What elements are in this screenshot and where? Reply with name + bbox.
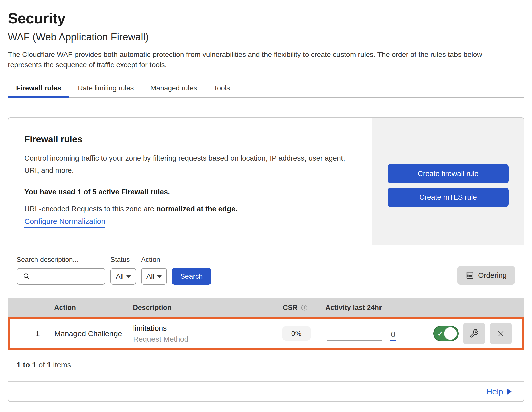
action-dropdown[interactable]: All — [141, 268, 167, 285]
ordering-button-label: Ordering — [478, 271, 507, 280]
search-icon — [23, 272, 31, 280]
card-footer: Help — [8, 381, 524, 401]
ordering-button[interactable]: Ordering — [457, 266, 515, 285]
pagination-summary: 1 to 1 of 1 items — [8, 350, 524, 381]
normalization-text: URL-encoded Requests to this zone are — [24, 205, 156, 213]
configure-normalization-link[interactable]: Configure Normalization — [24, 217, 105, 228]
close-icon — [496, 329, 505, 338]
delete-rule-button[interactable] — [490, 323, 512, 344]
page-title: Security — [8, 10, 524, 27]
help-link-label: Help — [486, 387, 503, 396]
rule-controls: ✓ — [410, 323, 522, 344]
page-subtitle: WAF (Web Application Firewall) — [8, 31, 524, 43]
activity-sparkline — [327, 340, 382, 341]
create-mtls-rule-button[interactable]: Create mTLS rule — [388, 188, 509, 207]
usage-summary: You have used 1 of 5 active Firewall rul… — [24, 188, 357, 196]
actions-panel: Create firewall rule Create mTLS rule — [372, 118, 524, 245]
tab-managed-rules[interactable]: Managed rules — [142, 80, 205, 97]
page-description: The Cloudflare WAF provides both automat… — [8, 49, 511, 70]
rule-description: limitations — [133, 324, 266, 333]
overview-description: Control incoming traffic to your zone by… — [24, 152, 354, 176]
firewall-rules-overview: Firewall rules Control incoming traffic … — [8, 118, 524, 245]
edit-rule-button[interactable] — [463, 323, 485, 344]
action-label: Action — [141, 256, 167, 264]
header-activity: Activity last 24hr — [325, 304, 408, 312]
wrench-icon — [469, 329, 479, 338]
tab-firewall-rules[interactable]: Firewall rules — [8, 80, 69, 97]
status-dropdown[interactable]: All — [110, 268, 136, 285]
search-box — [17, 268, 105, 285]
rule-match-field: Request Method — [133, 335, 266, 343]
pagination-items: items — [53, 361, 71, 369]
rule-enabled-toggle[interactable]: ✓ — [433, 326, 459, 341]
status-label: Status — [110, 256, 136, 264]
help-arrow-icon — [507, 388, 512, 395]
firewall-rule-row[interactable]: 1 Managed Challenge limitations Request … — [8, 317, 524, 350]
header-csr: CSR — [283, 304, 308, 312]
search-label: Search description... — [17, 256, 105, 264]
overview-heading: Firewall rules — [24, 134, 357, 145]
action-dropdown-value: All — [146, 272, 154, 280]
csr-badge: 0% — [282, 326, 311, 341]
rule-priority: 1 — [10, 329, 40, 338]
header-description: Description — [129, 304, 265, 312]
chevron-down-icon — [157, 275, 162, 278]
search-button[interactable]: Search — [172, 268, 211, 285]
status-dropdown-value: All — [116, 272, 124, 280]
check-icon: ✓ — [437, 329, 443, 338]
filter-bar: Search description... Status All — [8, 245, 524, 298]
pagination-total: 1 — [47, 361, 51, 369]
rule-description-cell: limitations Request Method — [130, 324, 266, 343]
toggle-knob — [444, 327, 457, 340]
chevron-down-icon — [126, 275, 131, 278]
help-link[interactable]: Help — [486, 387, 512, 396]
ordering-list-icon — [466, 271, 474, 280]
header-csr-label: CSR — [283, 304, 297, 312]
firewall-rules-card: Firewall rules Control incoming traffic … — [8, 117, 524, 402]
pagination-range: 1 to 1 — [17, 361, 36, 369]
info-icon[interactable] — [301, 304, 308, 311]
create-firewall-rule-button[interactable]: Create firewall rule — [388, 164, 509, 183]
tab-rate-limiting-rules[interactable]: Rate limiting rules — [69, 80, 142, 97]
rule-activity-cell: 0 — [327, 319, 410, 348]
search-input[interactable] — [31, 269, 123, 284]
rule-csr-cell: 0% — [282, 329, 311, 338]
tab-tools[interactable]: Tools — [205, 80, 238, 97]
normalization-bold-text: normalized at the edge. — [156, 205, 237, 213]
header-action: Action — [39, 304, 129, 312]
pagination-of: of — [39, 361, 45, 369]
activity-count-link[interactable]: 0 — [390, 330, 396, 341]
rule-action: Managed Challenge — [40, 329, 130, 338]
table-header: Action Description CSR Activity last 24h… — [8, 298, 524, 317]
waf-tabs: Firewall rules Rate limiting rules Manag… — [8, 80, 524, 98]
normalization-note: URL-encoded Requests to this zone are no… — [24, 205, 357, 213]
